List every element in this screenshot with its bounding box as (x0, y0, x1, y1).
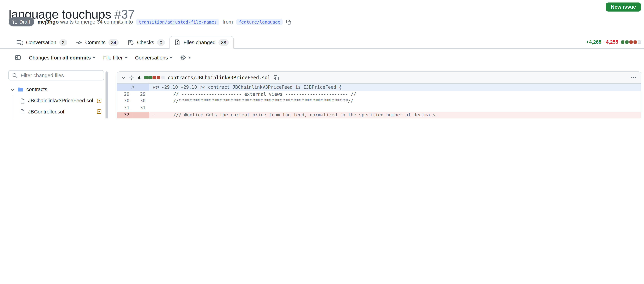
tab-label: Commits (85, 40, 106, 45)
diff-panel-contracts-jbchainlinkv3pricefeed-sol: 4contracts/JBChainlinkV3PriceFeed.sol@@ … (116, 71, 641, 118)
diff-sign: - (149, 112, 158, 118)
copy-file-path-button[interactable] (274, 75, 279, 80)
line-number-old[interactable]: 31 (117, 105, 133, 112)
file-change-count: 4 (138, 75, 140, 81)
line-number-new[interactable] (133, 112, 149, 118)
expand-all-hunks-button[interactable] (129, 75, 134, 80)
new-issue-button[interactable]: New issue (606, 3, 641, 12)
search-icon (12, 72, 18, 78)
tree-indent-guide (12, 95, 13, 118)
expand-hunk-up-button[interactable] (117, 84, 149, 91)
pull-request-draft-icon (12, 19, 17, 25)
tree-item-label: contracts (26, 87, 48, 93)
collapse-file-button[interactable] (121, 75, 126, 80)
deletions-count: −4,255 (603, 39, 618, 45)
git-commit-icon (76, 39, 82, 46)
tab-count: 34 (108, 39, 119, 46)
diff-row: 3030 //*********************************… (117, 98, 641, 105)
tab-label: Files changed (184, 39, 216, 45)
base-branch-label[interactable]: transition/adjusted-file-names (136, 19, 219, 25)
tab-count: 88 (218, 39, 229, 46)
modified-icon (96, 109, 102, 114)
diff-sign (149, 105, 158, 112)
filter-changed-files-input[interactable] (8, 70, 104, 81)
tab-count: 2 (59, 39, 67, 46)
pr-tab-bar: Conversation2Commits34Checks0Files chang… (0, 37, 644, 49)
tab-checks[interactable]: Checks0 (123, 37, 169, 48)
pr-status-row: Draft mejango wants to merge 34 commits … (8, 17, 292, 27)
diff-row: 2929 // ---------------------- external … (117, 91, 641, 98)
diff-sign (149, 91, 158, 98)
copy-icon (274, 75, 279, 80)
diff-row: 32- /// @notice Gets the current price f… (117, 112, 641, 118)
line-number-old[interactable]: 32 (117, 112, 133, 118)
gear-icon (180, 55, 186, 61)
file-options-kebab-button[interactable] (630, 74, 637, 81)
changes-from-dropdown[interactable]: Changes fromall commits (29, 55, 95, 61)
sidebar-scrollbar[interactable] (106, 71, 108, 118)
diff-row: 3131 (117, 105, 641, 112)
line-number-new[interactable]: 30 (133, 98, 149, 105)
caret-down-icon (93, 57, 95, 59)
conversations-dropdown[interactable]: Conversations (135, 55, 172, 61)
diffstat-summary: +4,268 −4,255 (586, 39, 641, 45)
tree-item-label: JBController.sol (28, 109, 64, 115)
code-line: /// @notice Gets the current price from … (158, 112, 641, 118)
diff-settings-dropdown[interactable] (180, 55, 191, 61)
file-path[interactable]: contracts/JBChainlinkV3PriceFeed.sol (168, 75, 270, 81)
chevron-down-icon (121, 75, 126, 80)
code-line: //**************************************… (158, 98, 641, 105)
file-filter-dropdown[interactable]: File filter (103, 55, 127, 61)
tab-commits[interactable]: Commits34 (72, 37, 123, 48)
expand-up-icon (131, 85, 136, 90)
diffstat-squares (620, 40, 641, 44)
chevron-down-icon[interactable] (10, 87, 15, 92)
line-number-old[interactable]: 29 (117, 91, 133, 98)
caret-down-icon (188, 57, 191, 59)
line-number-new[interactable]: 29 (133, 91, 149, 98)
file-header: 4contracts/JBChainlinkV3PriceFeed.sol (117, 72, 641, 84)
tree-file-jbchainlinkv3pricefeed-sol[interactable]: JBChainlinkV3PriceFeed.sol (8, 95, 104, 106)
merge-sentence: mejango wants to merge 34 commits into (38, 19, 133, 25)
file-diff-icon (174, 39, 181, 45)
file-tree-sidebar: contractsJBChainlinkV3PriceFeed.solJBCon… (8, 70, 104, 118)
unfold-icon (129, 75, 134, 80)
tab-conversation[interactable]: Conversation2 (12, 37, 72, 48)
copy-branch-button[interactable] (286, 19, 292, 25)
tree-file-jbdeadline-sol[interactable]: JBDeadline.sol (8, 117, 104, 118)
diff-sign (149, 98, 158, 105)
tree-item-label: JBChainlinkV3PriceFeed.sol (28, 98, 93, 104)
additions-count: +4,268 (586, 39, 602, 45)
comment-discussion-icon (17, 39, 23, 46)
file-tree: contractsJBChainlinkV3PriceFeed.solJBCon… (8, 84, 104, 118)
tab-files-changed[interactable]: Files changed88 (170, 36, 234, 49)
tab-count: 0 (157, 39, 165, 46)
pull-request-files-page: language touchups #37 New issue Draft me… (0, 0, 644, 118)
hunk-header-text: @@ -29,10 +29,10 @@ contract JBChainlink… (149, 84, 641, 91)
head-branch-label[interactable]: feature/language (236, 19, 283, 25)
diff-panels: 4contracts/JBChainlinkV3PriceFeed.sol@@ … (116, 71, 641, 118)
line-number-old[interactable]: 30 (117, 98, 133, 105)
caret-down-icon (170, 57, 172, 59)
file-icon (20, 98, 25, 103)
code-line: // ---------------------- external views… (158, 91, 641, 98)
modified-icon (96, 98, 102, 103)
code-line (158, 105, 641, 112)
draft-badge: Draft (8, 17, 34, 27)
tab-label: Checks (137, 40, 154, 45)
diffstat-squares (144, 76, 164, 79)
author-name[interactable]: mejango (38, 19, 58, 25)
files-toolbar: Changes fromall commits File filter Conv… (15, 55, 191, 61)
file-icon (20, 109, 25, 114)
checklist-icon (128, 39, 134, 46)
tree-folder-contracts[interactable]: contracts (8, 84, 104, 95)
toggle-file-tree-button[interactable] (15, 55, 21, 61)
line-number-new[interactable]: 31 (133, 105, 149, 112)
folder-icon (18, 87, 24, 93)
hunk-header-row: @@ -29,10 +29,10 @@ contract JBChainlink… (117, 84, 641, 91)
tree-file-jbcontroller-sol[interactable]: JBController.sol (8, 106, 104, 117)
caret-down-icon (125, 57, 127, 59)
tab-label: Conversation (26, 40, 56, 45)
